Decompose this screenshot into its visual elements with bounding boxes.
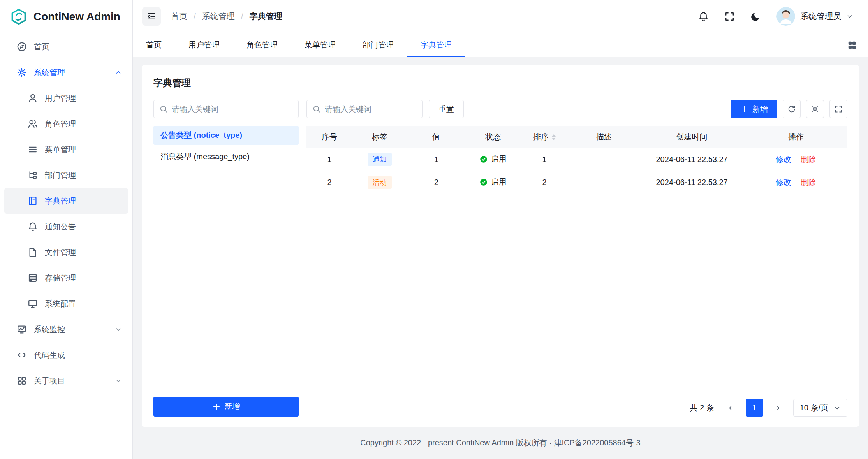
- add-dict-type-button[interactable]: 新增: [153, 397, 299, 417]
- edit-link[interactable]: 修改: [776, 155, 791, 164]
- sidebar: ContiNew Admin 首页系统管理用户管理角色管理菜单管理部门管理字典管…: [0, 0, 133, 459]
- sidebar-item-user[interactable]: 用户管理: [4, 85, 128, 111]
- tag-badge: 活动: [368, 176, 392, 189]
- cell-sort: 2: [520, 171, 569, 194]
- cell-sort: 1: [520, 148, 569, 171]
- tag-badge: 通知: [368, 153, 392, 166]
- sidebar-item-file[interactable]: 文件管理: [4, 239, 128, 265]
- add-dict-item-button[interactable]: 新增: [731, 100, 777, 118]
- tab-dict[interactable]: 字典管理: [407, 33, 465, 57]
- table-settings-button[interactable]: [806, 100, 824, 118]
- reset-button[interactable]: 重置: [429, 100, 464, 118]
- collapse-sidebar-button[interactable]: [142, 7, 161, 26]
- table-fullscreen-button[interactable]: [829, 100, 847, 118]
- column-header-description: 描述: [569, 126, 639, 148]
- file-icon: [28, 247, 38, 257]
- sidebar-item-dict[interactable]: 字典管理: [4, 188, 128, 214]
- user-menu[interactable]: 系统管理员: [776, 7, 853, 26]
- sort-carets-icon[interactable]: [552, 134, 556, 140]
- header-actions: 系统管理员: [672, 7, 853, 26]
- apps-grid-icon[interactable]: [847, 40, 857, 50]
- cell-index: 2: [306, 171, 352, 194]
- breadcrumb-item[interactable]: 系统管理: [202, 11, 235, 22]
- dict-items-table: 序号标签值状态排序描述创建时间操作 1通知1启用12024-06-11 22:5…: [306, 126, 847, 194]
- refresh-button[interactable]: [783, 100, 801, 118]
- column-header-value: 值: [407, 126, 466, 148]
- tabbar: 首页用户管理角色管理菜单管理部门管理字典管理: [133, 33, 868, 57]
- cell-created_at: 2024-06-11 22:53:27: [639, 171, 745, 194]
- dict-type-panel: 公告类型 (notice_type)消息类型 (message_type) 新增: [153, 100, 299, 417]
- delete-link[interactable]: 删除: [801, 178, 816, 186]
- edit-link[interactable]: 修改: [776, 178, 791, 186]
- sidebar-item-home[interactable]: 首页: [4, 34, 128, 60]
- column-header-actions: 操作: [745, 126, 847, 148]
- footer-text: Copyright © 2022 - present ContiNew Admi…: [360, 438, 641, 448]
- tab-menu[interactable]: 菜单管理: [291, 33, 349, 57]
- logo-icon: [10, 8, 27, 25]
- cell-status: 启用: [466, 148, 520, 171]
- column-header-sort[interactable]: 排序: [520, 126, 569, 148]
- tab-home[interactable]: 首页: [133, 33, 175, 57]
- sidebar-item-notice[interactable]: 通知公告: [4, 214, 128, 239]
- pagination-total: 共 2 条: [690, 403, 714, 413]
- gear-icon: [17, 67, 27, 77]
- status-badge: 启用: [480, 154, 507, 164]
- table-row: 1通知1启用12024-06-11 22:53:27修改删除: [306, 148, 847, 171]
- sidebar-item-label: 字典管理: [45, 196, 122, 206]
- sidebar-item-label: 文件管理: [45, 247, 122, 258]
- sidebar-item-dept[interactable]: 部门管理: [4, 162, 128, 188]
- breadcrumb-item: 字典管理: [250, 11, 282, 22]
- plus-icon: [740, 105, 748, 113]
- tab-role[interactable]: 角色管理: [233, 33, 291, 57]
- monitor-chart-icon: [17, 324, 27, 334]
- dict-type-item[interactable]: 公告类型 (notice_type): [153, 126, 299, 145]
- status-label: 启用: [491, 154, 507, 164]
- cell-value: 2: [407, 171, 466, 194]
- user-icon: [28, 93, 38, 103]
- add-dict-item-label: 新增: [752, 104, 768, 114]
- chevron-down-icon: [834, 404, 841, 412]
- column-header-index: 序号: [306, 126, 352, 148]
- header: 首页/系统管理/字典管理 系统管理员: [133, 0, 868, 33]
- check-circle-icon: [480, 155, 488, 163]
- page-1-button[interactable]: 1: [746, 399, 763, 417]
- sidebar-item-monitor[interactable]: 系统监控: [4, 317, 128, 342]
- tab-user[interactable]: 用户管理: [175, 33, 233, 57]
- sidebar-item-system[interactable]: 系统管理: [4, 60, 128, 85]
- tab-label: 角色管理: [246, 40, 278, 50]
- sidebar-item-label: 首页: [34, 42, 122, 52]
- tab-dept[interactable]: 部门管理: [349, 33, 407, 57]
- dict-item-search-input[interactable]: [306, 100, 423, 118]
- chevron-left-icon: [727, 404, 734, 412]
- sidebar-item-menu[interactable]: 菜单管理: [4, 137, 128, 162]
- cell-value: 1: [407, 148, 466, 171]
- dict-type-search-input[interactable]: [153, 100, 299, 118]
- dict-type-search-field[interactable]: [172, 105, 293, 114]
- sidebar-item-config[interactable]: 系统配置: [4, 291, 128, 317]
- book-icon: [28, 196, 38, 206]
- fullscreen-icon[interactable]: [724, 11, 735, 22]
- dict-type-item[interactable]: 消息类型 (message_type): [153, 147, 299, 166]
- dict-item-search-field[interactable]: [325, 105, 417, 114]
- next-page-button[interactable]: [769, 399, 787, 417]
- sidebar-item-storage[interactable]: 存储管理: [4, 265, 128, 291]
- sidebar-item-about[interactable]: 关于项目: [4, 368, 128, 394]
- add-dict-type-label: 新增: [225, 401, 240, 412]
- moon-icon[interactable]: [750, 11, 761, 22]
- dict-items-panel: 重置 新增: [306, 100, 847, 417]
- bell-icon[interactable]: [698, 11, 709, 22]
- page-size-select[interactable]: 10 条/页: [793, 399, 847, 417]
- table-toolbar: 重置 新增: [306, 100, 847, 118]
- check-circle-icon: [480, 178, 488, 186]
- user-name: 系统管理员: [800, 11, 841, 22]
- sidebar-item-label: 代码生成: [34, 350, 122, 361]
- breadcrumb-separator: /: [241, 12, 243, 21]
- app-logo[interactable]: ContiNew Admin: [0, 0, 132, 33]
- delete-link[interactable]: 删除: [801, 155, 816, 164]
- prev-page-button[interactable]: [722, 399, 739, 417]
- breadcrumb-item[interactable]: 首页: [171, 11, 187, 22]
- settings-icon[interactable]: [672, 11, 683, 22]
- cell-tag: 通知: [352, 148, 407, 171]
- sidebar-item-codegen[interactable]: 代码生成: [4, 342, 128, 368]
- sidebar-item-role[interactable]: 角色管理: [4, 111, 128, 137]
